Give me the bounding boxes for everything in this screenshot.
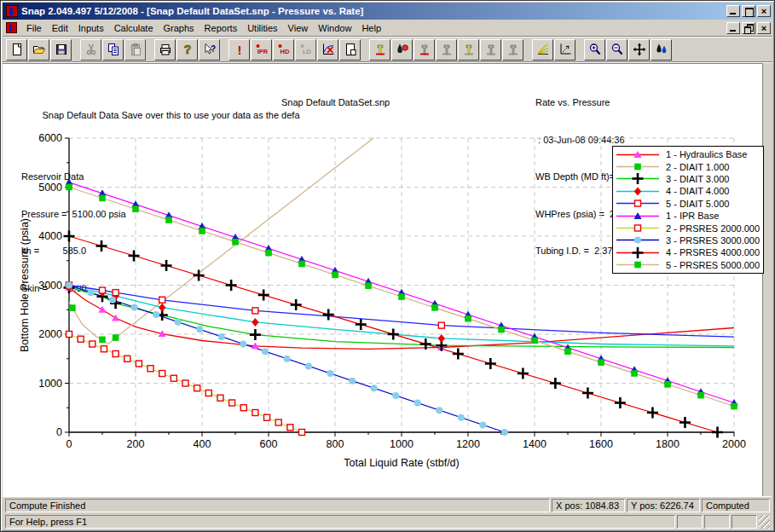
ipr-button[interactable]: IPR: [251, 39, 272, 61]
well-yellow-button[interactable]: [458, 39, 479, 61]
zoom-out-button[interactable]: [606, 39, 628, 61]
drop-ball-button[interactable]: [391, 39, 413, 61]
drop-ball-icon: [396, 43, 409, 56]
legend-label: 1 - Hydraulics Base: [666, 149, 747, 159]
new-icon: [10, 43, 24, 56]
axes-icon: [558, 43, 572, 56]
legend-label: 3 - PRSRES 3000.000: [666, 235, 760, 246]
menu-item-file[interactable]: File: [21, 21, 47, 35]
menu-item-reports[interactable]: Reports: [200, 21, 243, 35]
menu-items: FileEditInputsCalculateGraphsReportsUtil…: [21, 21, 386, 35]
legend-item: 1 - IPR Base: [616, 210, 760, 222]
zoom-in-icon: [588, 43, 602, 56]
new-button[interactable]: [6, 39, 27, 61]
status-x-pos: X pos: 1084.83: [552, 499, 625, 512]
pan-button[interactable]: [628, 39, 650, 61]
menu-item-inputs[interactable]: Inputs: [73, 21, 109, 35]
legend-label: 5 - PRSRES 5000.000: [666, 260, 760, 270]
menu-item-calculate[interactable]: Calculate: [109, 21, 159, 35]
ipr-icon: IPR: [255, 43, 269, 56]
context-help-button[interactable]: ?: [199, 39, 220, 61]
save-button[interactable]: [50, 39, 72, 61]
well-ipr-button[interactable]: [369, 39, 390, 61]
run-button[interactable]: !: [228, 39, 250, 61]
svg-text:?: ?: [183, 43, 191, 56]
help-button[interactable]: ?: [176, 39, 198, 61]
curves-button[interactable]: [532, 39, 553, 61]
print-button[interactable]: [154, 39, 176, 61]
report-button[interactable]: [339, 39, 361, 61]
legend-item: 5 - DIAIT 5.000: [616, 198, 760, 210]
app-window: Snap 2.049.497 5/12/2008 - [Snap Default…: [0, 0, 775, 532]
mdi-close-button[interactable]: ×: [757, 22, 771, 34]
chart-legend: 1 - Hydraulics Base2 - DIAIT 1.0003 - DI…: [612, 146, 764, 274]
axes-button[interactable]: [554, 39, 575, 61]
svg-text:400: 400: [194, 438, 211, 450]
copy-button[interactable]: [102, 39, 124, 61]
window-title: Snap 2.049.497 5/12/2008 - [Snap Default…: [21, 6, 726, 16]
menu-item-view[interactable]: View: [283, 21, 314, 35]
svg-text:200: 200: [127, 438, 145, 450]
legend-item: 1 - Hydraulics Base: [616, 148, 760, 160]
well-plain-button[interactable]: [502, 39, 523, 61]
well-red-button[interactable]: [414, 39, 435, 61]
chart-client-area: Snap Default Data Save over this to use …: [3, 63, 772, 497]
legend-label: 2 - DIAIT 1.000: [666, 162, 729, 172]
menu-item-help[interactable]: Help: [356, 21, 386, 35]
well-yellow-icon: [462, 43, 476, 56]
toolbar: ??!IPRHDLD: [3, 38, 772, 61]
legend-item: 2 - PRSRES 2000.000: [616, 222, 760, 234]
title-bar: Snap 2.049.497 5/12/2008 - [Snap Default…: [3, 3, 772, 20]
menu-item-window[interactable]: Window: [313, 21, 356, 35]
mdi-restore-button[interactable]: [742, 22, 755, 34]
svg-text:1400: 1400: [523, 438, 547, 450]
hd-icon: HD: [277, 43, 291, 56]
report-icon: [344, 43, 357, 56]
menu-item-utilities[interactable]: Utilities: [242, 21, 282, 35]
paste-button: [124, 39, 146, 61]
legend-label: 5 - DIAIT 5.000: [666, 199, 729, 209]
legend-item: 3 - PRSRES 3000.000: [616, 234, 760, 246]
menu-item-graphs[interactable]: Graphs: [159, 21, 200, 35]
svg-text:LD: LD: [303, 48, 312, 55]
close-button[interactable]: ×: [757, 5, 771, 17]
svg-text:IPR: IPR: [257, 48, 268, 55]
svg-text:HD: HD: [280, 48, 289, 55]
mdi-minimize-button[interactable]: [726, 22, 740, 34]
legend-item: 4 - PRSRES 4000.000: [616, 246, 760, 258]
print-icon: [159, 43, 172, 56]
svg-text:600: 600: [260, 438, 278, 450]
svg-text:Total Liquid Rate (stbf/d): Total Liquid Rate (stbf/d): [344, 457, 460, 469]
well-red-icon: [418, 43, 431, 56]
open-button[interactable]: [28, 39, 49, 61]
legend-sample-square: [616, 161, 660, 172]
resize-grip[interactable]: [759, 515, 770, 529]
legend-label: 4 - DIAIT 4.000: [666, 186, 729, 196]
find-drops-button[interactable]: [651, 39, 672, 61]
status-message: Compute Finished: [5, 499, 550, 512]
graph-x-button[interactable]: [317, 39, 338, 61]
copy-icon: [107, 43, 120, 56]
well-plain-icon: [484, 43, 498, 56]
run-icon: !: [233, 43, 246, 56]
find-drops-icon: [655, 43, 668, 56]
zoom-in-button[interactable]: [584, 39, 605, 61]
status-empty-panel: [677, 515, 703, 529]
well-plain-button[interactable]: [480, 39, 501, 61]
document-icon[interactable]: [6, 22, 17, 33]
zoom-out-icon: [610, 43, 624, 56]
maximize-button[interactable]: [742, 5, 755, 17]
legend-sample-circle: [616, 234, 660, 246]
svg-text:0: 0: [67, 438, 72, 450]
menu-item-edit[interactable]: Edit: [47, 21, 73, 35]
menu-bar: FileEditInputsCalculateGraphsReportsUtil…: [3, 20, 772, 36]
hd-button[interactable]: HD: [273, 39, 294, 61]
legend-label: 2 - PRSRES 2000.000: [666, 223, 760, 234]
well-plain-button[interactable]: [436, 39, 457, 61]
minimize-button[interactable]: [726, 5, 740, 17]
cut-icon: [84, 43, 98, 56]
well-plain-icon: [506, 43, 520, 56]
svg-text:!: !: [237, 43, 241, 56]
status-help-hint: For Help, press F1: [5, 515, 675, 529]
legend-sample-diamond: [616, 186, 660, 197]
